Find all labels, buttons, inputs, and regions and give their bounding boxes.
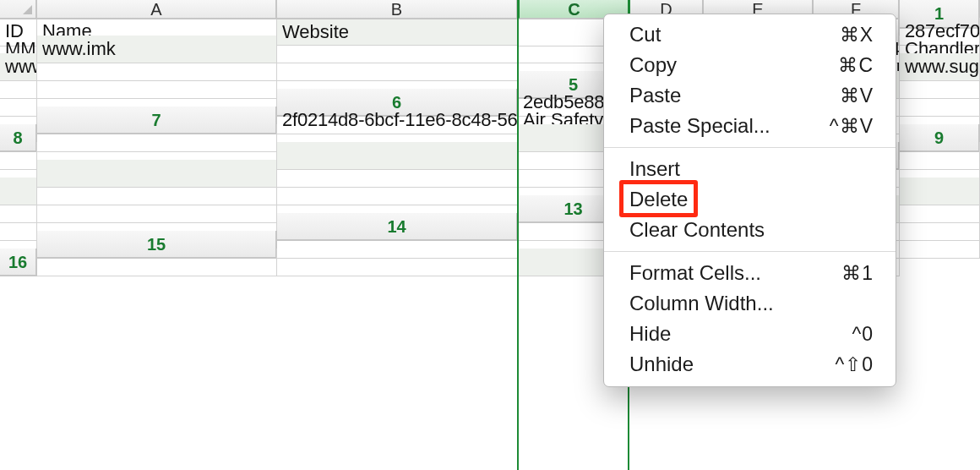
selection-edge-left (517, 0, 519, 470)
menu-label: Unhide (629, 352, 694, 377)
column-context-menu: Cut ⌘X Copy ⌘C Paste ⌘V Paste Special...… (603, 14, 896, 387)
menu-label: Copy (629, 52, 677, 78)
menu-column-width[interactable]: Column Width... (604, 288, 896, 319)
menu-separator (604, 251, 896, 252)
menu-shortcut: ⌘V (840, 83, 874, 108)
menu-shortcut: ^⌘V (830, 113, 874, 139)
menu-clear-contents[interactable]: Clear Contents (604, 215, 896, 245)
menu-label: Clear Contents (629, 217, 765, 243)
menu-insert[interactable]: Insert (604, 154, 896, 184)
menu-shortcut: ⌘C (838, 52, 874, 78)
menu-copy[interactable]: Copy ⌘C (604, 50, 896, 80)
menu-label: Insert (629, 156, 680, 182)
menu-shortcut: ^0 (852, 321, 874, 347)
column-header-B[interactable]: B (277, 0, 518, 19)
select-all-corner[interactable] (0, 0, 37, 19)
menu-paste-special[interactable]: Paste Special... ^⌘V (604, 111, 896, 141)
cell-F15[interactable] (900, 231, 980, 259)
menu-format-cells[interactable]: Format Cells... ⌘1 (604, 258, 896, 288)
menu-paste[interactable]: Paste ⌘V (604, 80, 896, 111)
menu-label: Cut (629, 22, 661, 47)
menu-label: Paste (629, 83, 681, 108)
menu-label: Delete (629, 187, 688, 212)
menu-unhide[interactable]: Unhide ^⇧0 (604, 349, 896, 380)
menu-delete[interactable]: Delete (604, 184, 896, 215)
cell-A16[interactable] (37, 249, 277, 276)
row-header-16[interactable]: 16 (0, 249, 37, 276)
menu-separator (604, 147, 896, 148)
menu-shortcut: ^⇧0 (835, 352, 874, 377)
menu-label: Column Width... (629, 291, 774, 316)
column-header-A[interactable]: A (37, 0, 277, 19)
menu-shortcut: ⌘1 (841, 260, 874, 286)
menu-hide[interactable]: Hide ^0 (604, 319, 896, 349)
menu-cut[interactable]: Cut ⌘X (604, 19, 896, 50)
menu-shortcut: ⌘X (840, 22, 874, 47)
menu-label: Format Cells... (629, 260, 761, 286)
menu-label: Paste Special... (629, 113, 770, 139)
menu-label: Hide (629, 321, 671, 347)
cell-B16[interactable] (277, 249, 518, 276)
